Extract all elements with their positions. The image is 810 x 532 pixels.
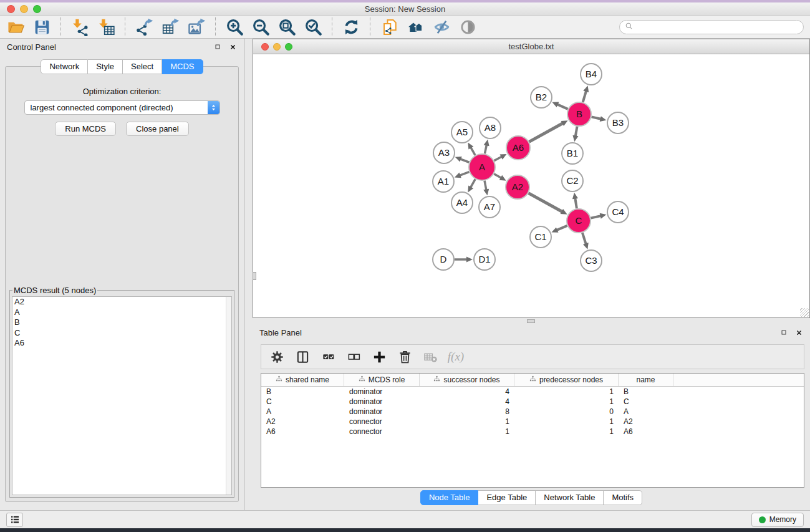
column-header-name[interactable]: name [619, 374, 673, 386]
result-list-item[interactable]: A [12, 307, 231, 318]
network-canvas[interactable]: AA1A2A3A4A5A6A7A8BB1B2B3B4CC1C2C3C4DD1 [253, 54, 809, 317]
graph-node-C[interactable]: C [567, 209, 591, 233]
clone-network-button[interactable] [378, 17, 400, 37]
table-row[interactable]: Adominator80A [261, 407, 804, 417]
graph-node-C2[interactable]: C2 [562, 170, 583, 191]
graph-node-D1[interactable]: D1 [474, 249, 495, 270]
zoom-in-button[interactable] [224, 17, 245, 37]
vertical-splitter-handle[interactable] [253, 272, 256, 280]
home-button[interactable] [405, 17, 426, 37]
network-close-button[interactable] [261, 43, 269, 51]
export-network-button[interactable] [133, 17, 155, 37]
close-panel-icon[interactable] [228, 42, 237, 51]
add-row-button[interactable] [371, 349, 387, 365]
search-box[interactable] [619, 20, 804, 34]
column-header-shared-name[interactable]: shared name [261, 374, 344, 386]
graphics-details-button[interactable] [457, 17, 478, 37]
result-list-item[interactable]: B [12, 317, 231, 328]
select-all-button[interactable] [320, 349, 336, 365]
search-mag-icon [625, 22, 634, 31]
graph-node-B1[interactable]: B1 [562, 143, 583, 164]
tab-network[interactable]: Network [41, 59, 88, 74]
import-network-button[interactable] [69, 17, 90, 37]
graph-node-B3[interactable]: B3 [607, 112, 629, 133]
float-panel-icon[interactable] [779, 328, 788, 337]
network-maximize-button[interactable] [285, 43, 292, 51]
column-header-successor-nodes[interactable]: successor nodes [420, 374, 514, 386]
export-image-button[interactable] [186, 17, 207, 37]
mcds-result-list[interactable]: A2ABCA6 [12, 296, 232, 495]
refresh-button[interactable] [340, 17, 362, 37]
graph-node-D[interactable]: D [433, 249, 454, 270]
table-cell: 1 [420, 417, 514, 426]
tab-select[interactable]: Select [123, 59, 162, 74]
horizontal-splitter-handle[interactable] [527, 319, 535, 323]
tab-style[interactable]: Style [88, 59, 123, 74]
graph-node-C1[interactable]: C1 [530, 226, 551, 248]
graph-node-C4[interactable]: C4 [607, 201, 629, 223]
zoom-out-icon [252, 18, 270, 36]
hide-graphics-button[interactable] [431, 17, 452, 37]
graph-node-A3[interactable]: A3 [433, 142, 455, 163]
column-header-predecessor-nodes[interactable]: predecessor nodes [514, 374, 619, 386]
graph-node-label: A4 [456, 197, 468, 208]
close-panel-icon[interactable] [794, 328, 803, 337]
graph-node-A1[interactable]: A1 [433, 171, 454, 192]
run-mcds-button[interactable]: Run MCDS [55, 122, 116, 136]
deselect-all-button[interactable] [345, 349, 362, 365]
import-table-button[interactable] [95, 17, 117, 37]
graph-node-A[interactable]: A [469, 154, 495, 180]
maximize-window-button[interactable] [33, 5, 41, 13]
tab-mcds[interactable]: MCDS [162, 59, 203, 74]
graph-node-label: A3 [438, 147, 450, 158]
close-window-button[interactable] [7, 5, 15, 13]
float-panel-icon[interactable] [213, 42, 222, 51]
graph-node-A5[interactable]: A5 [451, 122, 473, 143]
tab-node-table[interactable]: Node Table [420, 490, 479, 505]
result-list-scrollbar[interactable] [226, 297, 231, 495]
criterion-select[interactable]: largest connected component (directed) [24, 100, 220, 115]
zoom-out-button[interactable] [250, 17, 271, 37]
minimize-window-button[interactable] [20, 5, 28, 13]
graph-node-C3[interactable]: C3 [581, 250, 602, 271]
graph-node-A2[interactable]: A2 [506, 175, 529, 199]
tab-network-table[interactable]: Network Table [536, 490, 604, 505]
result-list-item[interactable]: A2 [12, 297, 231, 307]
graph-node-A7[interactable]: A7 [479, 196, 500, 218]
tab-edge-table[interactable]: Edge Table [478, 490, 536, 505]
zoom-fit-button[interactable] [276, 17, 297, 37]
deselect-all-icon [347, 350, 361, 364]
column-header-mcds-role[interactable]: MCDS role [344, 374, 420, 386]
graph-node-B2[interactable]: B2 [531, 87, 552, 108]
result-list-item[interactable]: A6 [12, 338, 231, 349]
close-panel-button[interactable]: Close panel [126, 122, 189, 136]
network-window-titlebar[interactable]: testGlobe.txt [253, 39, 809, 54]
task-history-button[interactable] [6, 513, 23, 527]
table-row[interactable]: A6connector11A6 [261, 427, 804, 437]
memory-button[interactable]: Memory [751, 513, 804, 527]
tab-motifs[interactable]: Motifs [604, 490, 642, 505]
zoom-selected-button[interactable] [302, 17, 324, 37]
graph-node-A6[interactable]: A6 [506, 136, 530, 160]
table-row[interactable]: A2connector11A2 [261, 417, 804, 427]
search-input[interactable] [636, 23, 798, 32]
table-row[interactable]: Cdominator41C [261, 397, 804, 407]
network-window[interactable]: testGlobe.txt AA1A2A3A4A5A6A7A8BB1B2B3B4… [253, 39, 810, 318]
graph-node-A4[interactable]: A4 [451, 192, 473, 213]
search-icon [625, 22, 634, 33]
graph-node-A8[interactable]: A8 [480, 117, 501, 138]
columns-button[interactable] [294, 349, 311, 365]
status-bar: Memory [0, 510, 810, 528]
save-button[interactable] [31, 17, 52, 37]
graph-node-B[interactable]: B [567, 102, 591, 126]
export-table-button[interactable] [160, 17, 181, 37]
table-row[interactable]: Bdominator41B [261, 387, 804, 397]
result-list-item[interactable]: C [12, 328, 231, 339]
gear-button[interactable] [269, 349, 285, 365]
app-titlebar[interactable]: Session: New Session [0, 2, 810, 16]
open-folder-button[interactable] [5, 17, 26, 37]
network-minimize-button[interactable] [273, 43, 281, 51]
delete-row-button[interactable] [397, 349, 413, 365]
resize-grip-icon[interactable] [800, 308, 809, 317]
graph-node-B4[interactable]: B4 [581, 64, 602, 85]
